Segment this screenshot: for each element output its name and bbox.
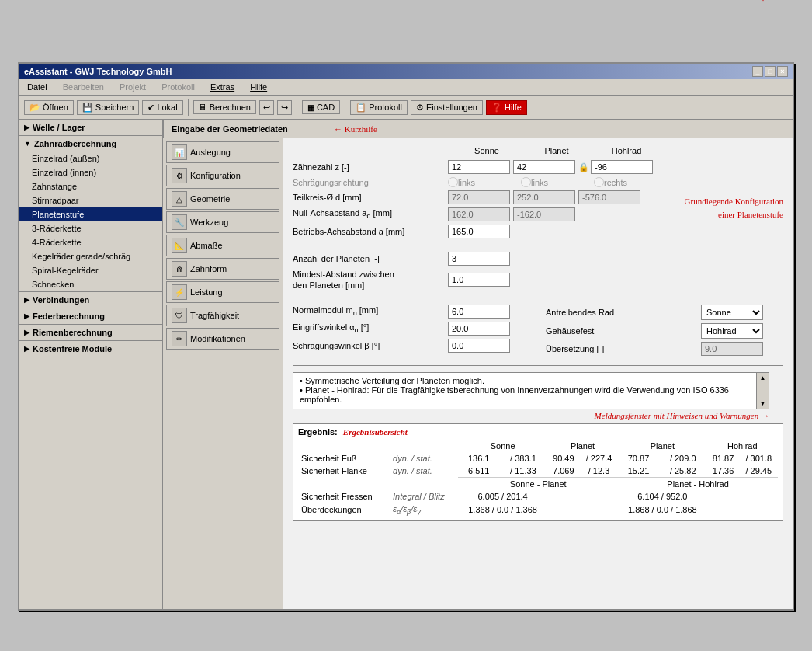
- open-button[interactable]: 📂 Öffnen: [24, 100, 74, 115]
- antreibendes-rad-select[interactable]: Sonne Planet Hohlrad: [701, 305, 763, 320]
- close-button[interactable]: ×: [777, 66, 788, 77]
- menu-projekt[interactable]: Projekt: [115, 81, 151, 93]
- sidebar-group-zahnrad-header[interactable]: ▼ Zahnradberechnung: [19, 136, 162, 151]
- berechnen-label: Berechnen: [210, 103, 251, 112]
- eingriffswinkel-input[interactable]: [448, 322, 510, 336]
- modifikationen-label: Modifikationen: [190, 334, 245, 343]
- welle-lager-label: Welle / Lager: [33, 123, 85, 132]
- result-flanke-s6: / 25.82: [659, 465, 707, 478]
- kostenfreie-label: Kostenfreie Module: [33, 344, 112, 353]
- abmasse-icon: 📐: [172, 238, 187, 253]
- menu-protokoll[interactable]: Protokoll: [157, 81, 200, 93]
- scroll-down-icon[interactable]: ▼: [760, 400, 766, 407]
- cad-button[interactable]: ▦ CAD: [302, 100, 340, 114]
- mindest-abstand-row: Mindest-Abstand zwischenden Planeten [mm…: [293, 269, 783, 291]
- mindest-abstand-label: Mindest-Abstand zwischenden Planeten [mm…: [293, 269, 448, 291]
- werkzeug-button[interactable]: 🔧 Werkzeug: [166, 211, 279, 233]
- result-fressen-s1: 6.005 / 201.4: [458, 490, 547, 503]
- auslegung-button[interactable]: 📊 Auslegung: [166, 141, 279, 163]
- hilfe-button[interactable]: ❓ Hilfe: [486, 100, 527, 115]
- null-achsabstand-val2-input: [513, 207, 575, 221]
- mindest-abstand-input[interactable]: [448, 273, 510, 287]
- col-blank: [293, 146, 452, 155]
- sidebar-item-zahnstange[interactable]: Zahnstange: [19, 179, 162, 193]
- sidebar-group-kostenfreie-header[interactable]: ▶ Kostenfreie Module: [19, 341, 162, 357]
- redo-button[interactable]: ↪: [277, 100, 292, 115]
- konfiguration-button[interactable]: ⚙ Konfiguration: [166, 165, 279, 186]
- sub-header-bar: Eingabe der Geometriedaten ← Kurzhilfe: [163, 120, 793, 138]
- abmasse-label: Abmaße: [190, 241, 223, 250]
- results-th-sonne: Sonne: [458, 440, 547, 452]
- geometrie-button[interactable]: △ Geometrie: [166, 188, 279, 210]
- tragfahigkeit-button[interactable]: 🛡 Tragfähigkeit: [166, 305, 279, 326]
- calc-icon: 🖩: [199, 103, 207, 112]
- messages-scrollbar[interactable]: ▲ ▼: [756, 373, 769, 409]
- zahnrad-arrow-icon: ▼: [24, 140, 31, 148]
- folder-open-icon: 📂: [29, 103, 40, 113]
- maximize-button[interactable]: □: [765, 66, 776, 77]
- betriebs-achsabstand-row: Betriebs-Achsabstand a [mm]: [293, 225, 783, 238]
- abmasse-button[interactable]: 📐 Abmaße: [166, 235, 279, 256]
- minimize-button[interactable]: _: [752, 66, 763, 77]
- sidebar-group-federberechnung-header[interactable]: ▶ Federberechnung: [19, 308, 162, 324]
- protokoll-button[interactable]: 📋 Protokoll: [350, 100, 408, 115]
- results-th-type: [390, 440, 458, 452]
- sr-sonne-group: links: [448, 177, 518, 187]
- sidebar-item-4-raederkette[interactable]: 4-Räderkette: [19, 235, 162, 249]
- auslegung-icon: 📊: [172, 144, 187, 160]
- sidebar-item-kegelraeder[interactable]: Kegelräder gerade/schräg: [19, 249, 162, 263]
- meldungsfenster-annotation: Meldungsfenster mit Hinweisen und Warnun…: [293, 411, 769, 420]
- result-flanke-s4: / 12.3: [580, 465, 618, 478]
- save-button[interactable]: 💾 Speichern: [77, 100, 140, 115]
- lokal-button[interactable]: ✔ Lokal: [142, 100, 182, 115]
- zahnezahl-label: Zähnezahl z [-]: [293, 162, 448, 172]
- tragfahigkeit-label: Tragfähigkeit: [190, 311, 239, 320]
- sidebar-item-spiral-kegelraeder[interactable]: Spiral-Kegelräder: [19, 263, 162, 277]
- results-sub-blank: [298, 477, 458, 490]
- message-1: • Symmetrische Verteilung der Planeten m…: [300, 376, 762, 385]
- sidebar-item-einzelrad-innen[interactable]: Einzelrad (innen): [19, 165, 162, 179]
- leistung-button[interactable]: ⚡ Leistung: [166, 281, 279, 303]
- sidebar-group-verbindungen-header[interactable]: ▶ Verbindungen: [19, 292, 162, 308]
- berechnen-button[interactable]: 🖩 Berechnen: [193, 100, 256, 114]
- result-sicherheit-fuss-label: Sicherheit Fuß: [298, 452, 390, 465]
- zahnform-button[interactable]: ⋒ Zahnform: [166, 258, 279, 280]
- modifikationen-button[interactable]: ✏ Modifikationen: [166, 328, 279, 350]
- gehausefest-select[interactable]: Sonne Planet Hohlrad: [701, 323, 763, 339]
- menu-bar: Datei Bearbeiten Projekt Protokoll Extra…: [19, 79, 793, 96]
- results-th-planet: Planet: [547, 440, 618, 452]
- help-icon: ❓: [491, 103, 502, 113]
- betriebs-achsabstand-input[interactable]: [448, 225, 510, 238]
- menu-datei[interactable]: Datei: [23, 81, 52, 93]
- zahnezahl-hohlrad-input[interactable]: [591, 160, 653, 174]
- zahnezahl-sonne-input[interactable]: [448, 160, 510, 174]
- result-sicherheit-fuss-type: dyn. / stat.: [390, 452, 458, 465]
- results-th-hohlrad: Hohlrad: [707, 440, 778, 452]
- menu-bearbeiten[interactable]: Bearbeiten: [58, 81, 109, 93]
- menu-extras[interactable]: Extras: [206, 81, 239, 93]
- sidebar-item-planetenstufe[interactable]: Planetenstufe: [19, 207, 162, 221]
- normalmodul-input[interactable]: [448, 305, 510, 319]
- sidebar-item-3-raederkette[interactable]: 3-Räderkette: [19, 221, 162, 235]
- undo-button[interactable]: ↩: [259, 100, 274, 115]
- sidebar-group-riemenberechnung-header[interactable]: ▶ Riemenberechnung: [19, 325, 162, 340]
- messages-area: • Symmetrische Verteilung der Planeten m…: [293, 372, 769, 409]
- anzahl-planeten-input[interactable]: [448, 252, 510, 266]
- sidebar-group-welle-header[interactable]: ▶ Welle / Lager: [19, 120, 162, 135]
- schraegungswinkel-input[interactable]: [448, 339, 510, 353]
- results-row-3: Sicherheit Fressen Integral / Blitz 6.00…: [298, 490, 778, 503]
- sidebar-item-stirnradpaar[interactable]: Stirnradpaar: [19, 193, 162, 207]
- scroll-up-icon[interactable]: ▲: [760, 374, 766, 381]
- menu-hilfe[interactable]: Hilfe: [245, 81, 272, 93]
- sidebar-item-einzelrad-aussen[interactable]: Einzelrad (außen): [19, 151, 162, 165]
- leistung-icon: ⚡: [172, 284, 187, 300]
- result-uberdeckungen-s2: [547, 503, 618, 517]
- sr-planet-label: links: [531, 178, 548, 187]
- einstellungen-button[interactable]: ⚙ Einstellungen: [411, 100, 483, 115]
- sidebar-item-schnecken[interactable]: Schnecken: [19, 277, 162, 291]
- zahnezahl-planet-input[interactable]: [513, 160, 575, 174]
- grundlegende-annotation: Grundlegende Konfigurationeiner Planeten…: [685, 195, 783, 221]
- werkzeug-label: Werkzeug: [190, 218, 228, 227]
- werkzeug-icon: 🔧: [172, 214, 187, 230]
- gehausefest-row: Gehäusefest Sonne Planet Hohlrad: [546, 323, 783, 339]
